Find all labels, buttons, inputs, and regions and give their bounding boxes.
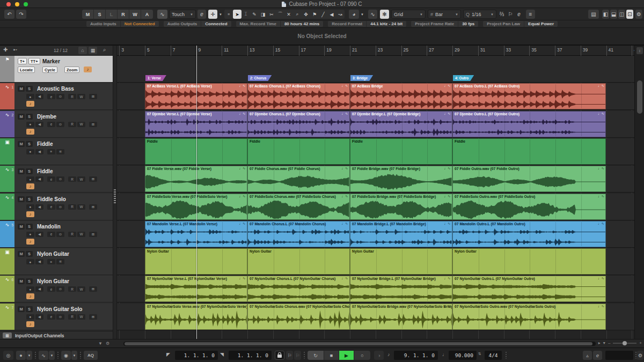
- tracklist-timeline-divider[interactable]: [113, 46, 117, 339]
- musical-timebase-button[interactable]: ♪: [26, 239, 34, 245]
- track-header-row[interactable]: ∿1MSAcoustic Bass●◀e⊙RW⊞♪: [0, 83, 113, 110]
- inserts-button[interactable]: ⊞: [89, 232, 97, 237]
- monitor-button[interactable]: ◀: [35, 314, 43, 320]
- quantize-preset-select[interactable]: Q1/16▼: [463, 10, 496, 19]
- pre-roll-icon[interactable]: ◑: [374, 351, 384, 360]
- monitor-button[interactable]: ◀: [35, 204, 43, 210]
- write-automation-button[interactable]: W: [77, 94, 85, 99]
- track-header-row[interactable]: ∿4MSFiddle Solo●◀e⊙RW⊞♪: [0, 194, 113, 220]
- track-s-button[interactable]: S: [26, 114, 33, 120]
- object-selection-tool[interactable]: ➤: [233, 10, 241, 19]
- read-automation-button[interactable]: R: [68, 176, 76, 182]
- zoom-preset-icon[interactable]: ▾: [603, 341, 605, 345]
- track-s-button[interactable]: S: [26, 306, 33, 312]
- right-zone-button[interactable]: ◫: [618, 10, 625, 19]
- record-button[interactable]: ●: [26, 286, 34, 292]
- phase-button[interactable]: ≋: [56, 149, 64, 154]
- marker-locate-button[interactable]: Locate: [18, 67, 35, 73]
- inserts-button[interactable]: ⊞: [89, 122, 97, 127]
- folder-part[interactable]: Nylon Guitar: [452, 248, 606, 275]
- record-button[interactable]: ●: [26, 314, 34, 320]
- edit-channel-button[interactable]: e: [47, 314, 55, 320]
- toolbar-setup-gear-icon[interactable]: ⚙: [635, 10, 642, 19]
- global-automation-a-button[interactable]: A: [141, 10, 153, 19]
- inserts-button[interactable]: ⊞: [89, 94, 97, 99]
- track-header-row[interactable]: ∿6MSNylon Guitar●◀e⊙RW⊞♪: [0, 276, 113, 302]
- position-display[interactable]: 9. 1. 1. 0: [394, 351, 438, 360]
- horizontal-scroll-thumb[interactable]: [125, 342, 592, 345]
- track-m-button[interactable]: M: [18, 196, 25, 202]
- midi-record-menu-icon[interactable]: ▼: [71, 351, 77, 360]
- marker-jump-field[interactable]: [605, 351, 633, 360]
- undo-button[interactable]: ↶: [4, 10, 14, 19]
- audio-event[interactable]: 07 NylonGuitar Bridge.L (07 NylonGuitar …: [350, 276, 452, 302]
- read-automation-button[interactable]: R: [68, 286, 76, 292]
- musical-timebase-button[interactable]: ♪: [26, 211, 34, 217]
- quantize-edit-icon[interactable]: e: [515, 10, 523, 19]
- audio-alignment-icon[interactable]: ≡: [526, 10, 535, 19]
- audio-record-menu-icon[interactable]: ▼: [49, 351, 55, 360]
- tempo-icon[interactable]: ♩: [442, 352, 447, 357]
- track-m-button[interactable]: M: [18, 224, 25, 230]
- left-locator-icon[interactable]: ◤: [166, 352, 170, 357]
- freeze-button[interactable]: ⊙: [56, 122, 64, 127]
- toolstrip-handle-icon[interactable]: ≡: [224, 10, 233, 19]
- track-search-icon[interactable]: ⌕: [103, 47, 106, 53]
- freeze-button[interactable]: ⊙: [56, 176, 64, 182]
- erase-tool[interactable]: ◨: [259, 10, 267, 19]
- metronome-setup-button[interactable]: e: [593, 351, 602, 360]
- track-header-row[interactable]: ▣MSNylon Guitar●◀≡≋: [0, 248, 113, 275]
- timeline-ruler[interactable]: 35791113151719212325272931333537394143: [117, 46, 634, 56]
- auto-scroll-options-icon[interactable]: ▼: [218, 10, 223, 19]
- quantize-panel-icon[interactable]: ⚐: [507, 10, 514, 19]
- monitor-button[interactable]: ◀: [35, 94, 43, 99]
- zoom-in-icon[interactable]: +: [639, 341, 642, 345]
- punch-out-button[interactable]: ⚐: [294, 351, 301, 360]
- track-header-row[interactable]: ∿2MSDjembe●◀e⊙RW⊞♪: [0, 111, 113, 138]
- folder-part[interactable]: Nylon Guitar: [350, 248, 452, 275]
- play-button[interactable]: ▶: [339, 351, 354, 360]
- mixconsole-button[interactable]: ▤: [588, 10, 599, 19]
- edit-channel-button[interactable]: e: [47, 176, 55, 182]
- track-m-button[interactable]: M: [18, 278, 25, 284]
- freeze-button[interactable]: ⊙: [56, 286, 64, 292]
- automation-icon[interactable]: ∿: [157, 10, 167, 19]
- audio-event[interactable]: 07 Djembe Outro.L (07 Djembe Outro)♩∿: [452, 111, 606, 137]
- color-tool-button[interactable]: ◕: [349, 10, 359, 19]
- global-automation-m-button[interactable]: M: [82, 10, 94, 19]
- freeze-button[interactable]: ⊙: [56, 94, 64, 99]
- track-header-row[interactable]: ∿5MSMandolin●◀e⊙RW⊞♪: [0, 221, 113, 248]
- lower-zone-button[interactable]: ⬓: [610, 10, 617, 19]
- locators-lock-button[interactable]: [275, 351, 284, 360]
- global-automation-r-button[interactable]: R: [118, 10, 129, 19]
- marker-flag[interactable]: 1: Verse: [145, 75, 166, 81]
- monitor-button[interactable]: ◀: [35, 122, 43, 127]
- auto-scroll-button[interactable]: ✛: [208, 10, 217, 19]
- automation-mode-select[interactable]: Touch▼: [169, 10, 196, 19]
- folder-part[interactable]: Fiddle: [247, 138, 350, 165]
- position-note-icon[interactable]: ♪: [387, 352, 390, 357]
- marker-track-header[interactable]: ⚑T+TT+MarkerLocateCycleZoom♪: [0, 56, 113, 83]
- audio-event[interactable]: 07 FiddleSolo Outro.wav (07 FiddleSolo O…: [452, 194, 606, 220]
- redo-button[interactable]: ↷: [16, 10, 26, 19]
- horizontal-zoom-slider[interactable]: [613, 343, 636, 344]
- audio-event[interactable]: 07 Mandolin Bridge.L (07 Mandolin Bridge…: [350, 221, 452, 247]
- edit-channel-button[interactable]: e: [47, 232, 55, 237]
- marker-flag[interactable]: 3: Bridge: [350, 75, 373, 81]
- track-m-button[interactable]: M: [18, 306, 25, 312]
- playhead[interactable]: [196, 46, 197, 339]
- tracklist-expand-icon[interactable]: ▼: [98, 341, 103, 346]
- track-m-button[interactable]: M: [18, 168, 25, 174]
- zoom-slider-knob[interactable]: [623, 341, 627, 345]
- track-m-button[interactable]: M: [18, 251, 25, 257]
- split-tool[interactable]: ✂: [267, 10, 276, 19]
- record-button[interactable]: ●: [26, 176, 34, 182]
- ruler-zoom-icon[interactable]: ↕: [636, 47, 643, 54]
- left-zone-button[interactable]: ◧: [602, 10, 609, 19]
- track-header-row[interactable]: ∿3MSFiddle●◀e⊙RW⊞♪: [0, 166, 113, 193]
- global-automation-l-button[interactable]: L: [106, 10, 118, 19]
- audio-event[interactable]: 07 FiddleSolo Chorus.wav (07 FiddleSolo …: [247, 194, 350, 220]
- tracklist-gear-icon[interactable]: ⚙: [106, 341, 109, 346]
- track-s-button[interactable]: S: [26, 86, 33, 92]
- marker-zoom-button[interactable]: Zoom: [64, 67, 79, 73]
